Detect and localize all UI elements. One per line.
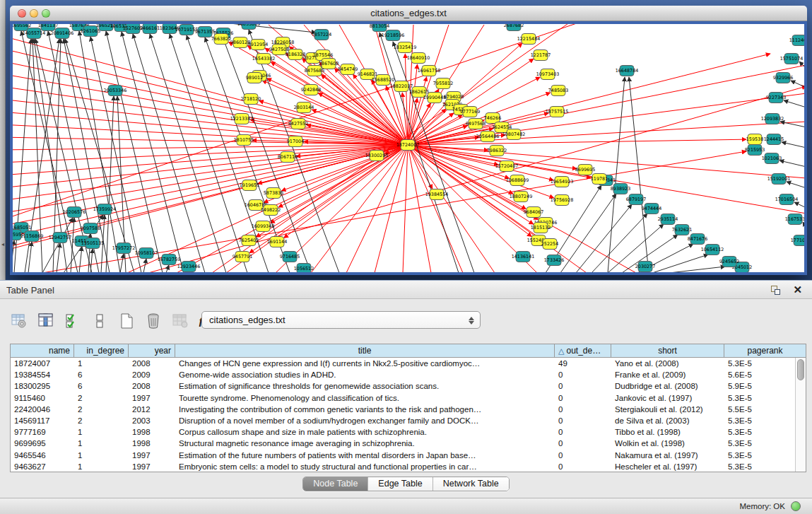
graph-node[interactable]: 5873835	[264, 188, 283, 199]
table-row[interactable]: 1456911722003Disruption of a novel membe…	[11, 415, 806, 426]
graph-node[interactable]: 159538	[746, 134, 763, 145]
graph-node[interactable]: 9227343	[766, 93, 786, 103]
graph-node[interactable]: 19384554	[425, 189, 449, 200]
graph-node[interactable]: 1498222	[261, 205, 281, 216]
graph-node[interactable]: 917004	[287, 136, 304, 147]
graph-node[interactable]: 8912954	[248, 40, 268, 50]
graph-node[interactable]: 9466161	[140, 24, 160, 34]
graph-node[interactable]: 2935114	[658, 214, 678, 225]
graph-node[interactable]: 989012	[246, 73, 263, 83]
graph-node[interactable]: 7986322	[487, 146, 507, 156]
graph-node[interactable]: 2687682	[504, 24, 524, 31]
graph-node[interactable]: 19218596	[382, 30, 405, 41]
graph-node[interactable]: 1691144	[267, 237, 287, 247]
graph-node[interactable]: 8699695	[575, 165, 595, 175]
graph-node[interactable]: 8427552	[288, 119, 308, 129]
graph-node[interactable]: 12093832	[761, 114, 784, 124]
new-document-icon[interactable]	[117, 312, 136, 330]
graph-node[interactable]: 1919651	[240, 180, 259, 191]
graph-node[interactable]: 15720407	[495, 161, 519, 172]
graph-node[interactable]: 10654112	[701, 245, 724, 255]
graph-node[interactable]: 10958107	[135, 248, 158, 259]
graph-node[interactable]: 8215953	[745, 145, 765, 156]
column-header-out_de[interactable]: △out_de…	[555, 344, 611, 357]
column-header-pagerank[interactable]: pagerank	[724, 344, 806, 357]
graph-node[interactable]: 18640910	[407, 53, 430, 64]
graph-node[interactable]: 20206576	[63, 207, 86, 218]
graph-node[interactable]: 9097588	[81, 223, 100, 234]
graph-node[interactable]: 1810755	[234, 135, 254, 146]
graph-node[interactable]: 20564486	[476, 132, 500, 142]
table-row[interactable]: 946554611997Estimation of the future num…	[11, 450, 806, 461]
graph-node[interactable]: 10688609	[506, 175, 529, 186]
graph-node[interactable]: 9245652	[719, 257, 739, 267]
graph-node[interactable]: 1021063	[762, 153, 782, 164]
graph-node[interactable]: 1244415	[764, 134, 784, 145]
graph-node[interactable]: 7857224	[312, 30, 331, 40]
graph-node[interactable]: 8938923	[611, 184, 630, 194]
network-canvas[interactable]: 1695562140557141841137208914061587628126…	[13, 24, 804, 272]
network-window-titlebar[interactable]: citations_edges.txt	[10, 6, 807, 21]
scrollbar-thumb[interactable]	[797, 359, 804, 380]
select-columns-icon[interactable]	[37, 312, 55, 330]
close-panel-icon[interactable]: ✕	[793, 284, 802, 296]
graph-node[interactable]: 19654923	[551, 177, 574, 187]
graph-node[interactable]: 2718120	[241, 94, 261, 105]
graph-node[interactable]: 16782759	[158, 255, 181, 265]
tab-edge-table[interactable]: Edge Table	[368, 477, 433, 491]
graph-node[interactable]: 16648784	[616, 66, 639, 76]
panel-collapse-arrow-icon[interactable]: ◂	[0, 240, 6, 249]
table-row[interactable]: 977716911998Corpus callosum shape and si…	[11, 426, 806, 438]
table-row[interactable]: 1872400712008Changes of HCN gene express…	[11, 358, 806, 369]
graph-node[interactable]: 9474444	[642, 204, 661, 214]
graph-node[interactable]: 1112462	[789, 35, 804, 46]
graph-node[interactable]: 1733426	[544, 255, 564, 266]
graph-node[interactable]: 12923446	[177, 262, 201, 272]
graph-node[interactable]: 9242848	[301, 85, 321, 95]
graph-node[interactable]: 9716485	[280, 252, 300, 262]
table-settings-icon[interactable]	[10, 312, 28, 330]
table-row[interactable]: 946362711997Embryonic stem cells: a mode…	[11, 461, 806, 472]
network-view-window[interactable]: citations_edges.txt 16955621405571418411…	[10, 6, 807, 275]
graph-node[interactable]: 1056512	[294, 264, 314, 273]
graph-node[interactable]: 1167533	[785, 214, 804, 225]
graph-node[interactable]: 8454749	[338, 64, 358, 75]
clear-selection-icon[interactable]	[90, 312, 109, 330]
graph-node[interactable]: 7663822	[211, 34, 231, 45]
select-all-icon[interactable]	[64, 312, 82, 330]
graph-node[interactable]: 9671355	[195, 27, 215, 37]
column-header-name[interactable]: name	[11, 344, 74, 357]
graph-node[interactable]: 252254	[541, 239, 558, 250]
graph-node[interactable]: 7955812	[433, 78, 453, 89]
graph-node[interactable]: 8067110	[278, 152, 298, 163]
import-table-icon[interactable]	[171, 312, 189, 330]
graph-node[interactable]: 9329966	[773, 73, 793, 83]
graph-node[interactable]: 18757515	[546, 107, 569, 117]
column-header-short[interactable]: short	[611, 344, 724, 357]
table-row[interactable]: 969969511998Structural magnetic resonanc…	[11, 438, 806, 449]
graph-node[interactable]: 14136141	[512, 252, 535, 262]
column-header-title[interactable]: title	[175, 344, 555, 357]
graph-node[interactable]: 1771006	[791, 235, 804, 246]
graph-node[interactable]: 7485083	[548, 86, 568, 96]
graph-node[interactable]: 20053346	[104, 86, 127, 96]
graph-node[interactable]: 6879197	[626, 194, 646, 205]
column-header-year[interactable]: year	[129, 344, 175, 357]
graph-node[interactable]: 2803144	[294, 103, 314, 113]
graph-node[interactable]: 18807249	[510, 192, 533, 202]
graph-node[interactable]: 16961758	[418, 66, 441, 76]
graph-node[interactable]: 6497568	[466, 119, 486, 129]
graph-node[interactable]: 8475685	[305, 66, 324, 76]
graph-node[interactable]: 9684067	[524, 207, 543, 218]
column-header-in_degree[interactable]: in_degree	[74, 344, 129, 357]
table-select-dropdown[interactable]: citations_edges.txt	[201, 311, 481, 329]
graph-node[interactable]: 8471676	[688, 234, 707, 245]
table-row[interactable]: 1830029562008Estimation of significance …	[11, 380, 806, 392]
table-row[interactable]: 2242004622012Investigating the contribut…	[11, 404, 806, 415]
float-panel-icon[interactable]	[770, 285, 781, 296]
tab-network-table[interactable]: Network Table	[433, 477, 509, 491]
graph-node[interactable]: 17016504	[775, 194, 799, 205]
delete-icon[interactable]	[144, 312, 163, 330]
graph-node[interactable]: 1815132	[531, 223, 551, 233]
graph-node[interactable]: 15751074	[780, 54, 804, 64]
